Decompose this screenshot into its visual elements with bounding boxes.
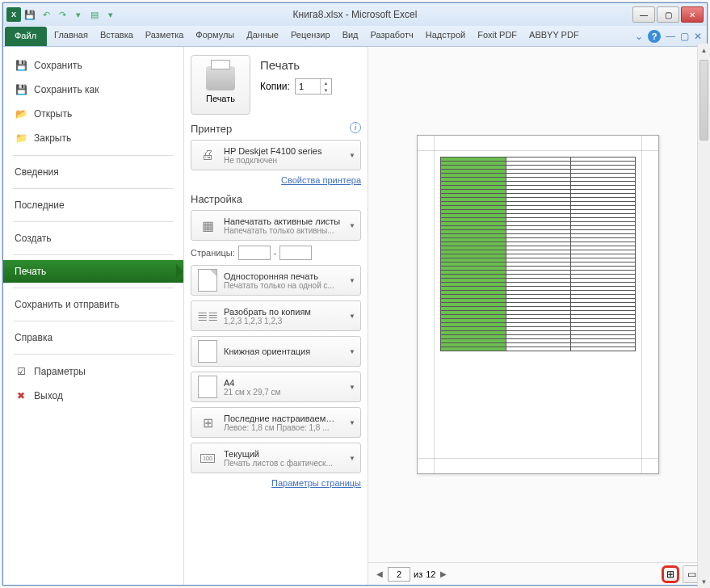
sidebar-exit-label: Выход [34, 390, 63, 401]
sidebar-help-label: Справка [15, 332, 53, 343]
qat-undo-icon[interactable]: ↶ [39, 7, 53, 22]
setting-collate-title: Разобрать по копиям [224, 307, 341, 317]
doc-minimize-icon[interactable]: — [666, 31, 675, 42]
setting-margins[interactable]: ⊞ Последние настраиваемые ...Левое: 1,8 … [191, 407, 361, 438]
doc-close-icon[interactable]: ✕ [694, 31, 702, 42]
tab-view[interactable]: Вид [337, 26, 365, 46]
qat-dd-icon[interactable]: ▾ [103, 7, 118, 22]
oneside-icon [196, 269, 219, 292]
margin-left-handle[interactable] [434, 136, 435, 473]
qat-more-icon[interactable]: ▾ [71, 7, 86, 22]
saveas-icon: 💾 [15, 83, 27, 96]
sidebar-open[interactable]: 📂Открыть [3, 102, 183, 126]
help-icon[interactable]: ? [648, 30, 661, 43]
tab-file[interactable]: Файл [5, 27, 47, 46]
printer-icon [206, 66, 235, 90]
sidebar-options[interactable]: ☑Параметры [3, 359, 183, 384]
maximize-button[interactable]: ▢ [657, 6, 679, 23]
setting-paper[interactable]: A421 см x 29,7 см ▼ [191, 372, 361, 402]
copies-label: Копии: [260, 81, 290, 92]
sheets-icon: ▦ [196, 214, 219, 237]
preview-footer: ◀ из 12 ▶ ⊞ ▭ [368, 562, 707, 585]
sidebar-exit[interactable]: ✖Выход [3, 384, 183, 408]
tab-data[interactable]: Данные [241, 26, 285, 46]
page-setup-link[interactable]: Параметры страницы [191, 478, 361, 488]
sidebar-info[interactable]: Сведения [3, 161, 183, 183]
minimize-button[interactable]: — [632, 6, 655, 23]
copies-spinner[interactable]: 1 ▲▼ [295, 78, 332, 94]
sidebar-save-label: Сохранить [34, 60, 82, 71]
sidebar-new-label: Создать [15, 233, 52, 244]
setting-scaling-title: Текущий [224, 449, 341, 459]
setting-margins-sub: Левое: 1,8 см Правое: 1,8 ... [224, 423, 341, 432]
printer-properties-link[interactable]: Свойства принтера [191, 175, 361, 185]
printer-info-icon[interactable]: i [350, 122, 361, 133]
sidebar-help[interactable]: Справка [3, 326, 183, 349]
pages-sep: - [274, 248, 277, 258]
excel-icon: X [6, 7, 21, 22]
setting-scaling-sub: Печать листов с фактическ... [224, 459, 341, 468]
setting-sides[interactable]: Односторонняя печатьПечатать только на о… [191, 265, 361, 296]
sidebar-new[interactable]: Создать [3, 227, 183, 250]
vertical-scrollbar[interactable]: ▲ ▼ [697, 44, 710, 588]
printer-status: Не подключен [224, 156, 341, 165]
qat-custom-icon[interactable]: ▤ [87, 7, 102, 22]
open-icon: 📂 [15, 107, 27, 120]
qat-redo-icon[interactable]: ↷ [55, 7, 69, 22]
show-margins-button[interactable]: ⊞ [662, 565, 679, 583]
sidebar-recent[interactable]: Последние [3, 194, 183, 216]
ribbon-minimize-icon[interactable]: ⌄ [635, 31, 643, 42]
sidebar-saveas[interactable]: 💾Сохранить как [3, 78, 183, 102]
pages-from-input[interactable] [238, 246, 271, 260]
tab-developer[interactable]: Разработч [365, 26, 420, 46]
sidebar-save[interactable]: 💾Сохранить [3, 53, 183, 78]
close-file-icon: 📁 [15, 132, 27, 145]
setting-print-what[interactable]: ▦ Напечатать активные листыНапечатать то… [191, 210, 361, 241]
printer-selector[interactable]: 🖨 HP Deskjet F4100 seriesНе подключен ▼ [191, 140, 361, 170]
titlebar: X 💾 ↶ ↷ ▾ ▤ ▾ Книга8.xlsx - Microsoft Ex… [3, 3, 707, 26]
doc-restore-icon[interactable]: ▢ [680, 31, 689, 42]
print-preview-panel: ◀ из 12 ▶ ⊞ ▭ [368, 47, 707, 585]
page-number-input[interactable] [388, 567, 410, 582]
tab-insert[interactable]: Вставка [95, 26, 140, 46]
pages-to-input[interactable] [279, 246, 312, 260]
tab-layout[interactable]: Разметка [140, 26, 191, 46]
qat-save-icon[interactable]: 💾 [23, 7, 37, 22]
prev-page-button[interactable]: ◀ [375, 568, 384, 580]
tab-abbyy[interactable]: ABBYY PDF [523, 26, 586, 46]
scroll-thumb[interactable] [699, 60, 708, 141]
collate-icon: ≣≣ [196, 304, 219, 327]
setting-paper-title: A4 [224, 378, 341, 388]
margin-right-handle[interactable] [641, 136, 642, 473]
spinner-up-icon[interactable]: ▲ [321, 79, 331, 86]
setting-scaling[interactable]: 100 ТекущийПечать листов с фактическ... … [191, 443, 361, 473]
window-title: Книга8.xlsx - Microsoft Excel [293, 9, 418, 20]
sidebar-print[interactable]: Печать [3, 260, 183, 283]
printer-name: HP Deskjet F4100 series [224, 146, 341, 156]
print-button[interactable]: Печать [191, 55, 250, 115]
preview-canvas [368, 47, 707, 562]
setting-orientation-title: Книжная ориентация [224, 346, 341, 356]
setting-collate[interactable]: ≣≣ Разобрать по копиям1,2,3 1,2,3 1,2,3 … [191, 300, 361, 331]
spinner-down-icon[interactable]: ▼ [321, 86, 331, 94]
setting-sides-sub: Печатать только на одной с... [224, 281, 341, 290]
sidebar-close[interactable]: 📁Закрыть [3, 126, 183, 150]
tab-addins[interactable]: Надстрой [420, 26, 472, 46]
chevron-down-icon: ▼ [349, 313, 355, 320]
options-icon: ☑ [15, 365, 27, 378]
margin-bottom-handle[interactable] [418, 458, 658, 459]
tab-foxit[interactable]: Foxit PDF [472, 26, 523, 46]
tab-home[interactable]: Главная [48, 26, 95, 46]
next-page-button[interactable]: ▶ [439, 568, 448, 580]
chevron-down-icon: ▼ [349, 384, 355, 391]
tab-review[interactable]: Рецензир [285, 26, 337, 46]
sidebar-send[interactable]: Сохранить и отправить [3, 293, 183, 316]
margin-top-handle[interactable] [418, 150, 658, 151]
tab-formulas[interactable]: Формулы [190, 26, 241, 46]
chevron-down-icon: ▼ [349, 222, 355, 229]
save-icon: 💾 [15, 59, 27, 72]
scroll-up-icon[interactable]: ▲ [698, 44, 710, 57]
scroll-down-icon[interactable]: ▼ [698, 575, 710, 588]
setting-orientation[interactable]: Книжная ориентация ▼ [191, 336, 361, 367]
close-button[interactable]: ✕ [681, 6, 704, 23]
